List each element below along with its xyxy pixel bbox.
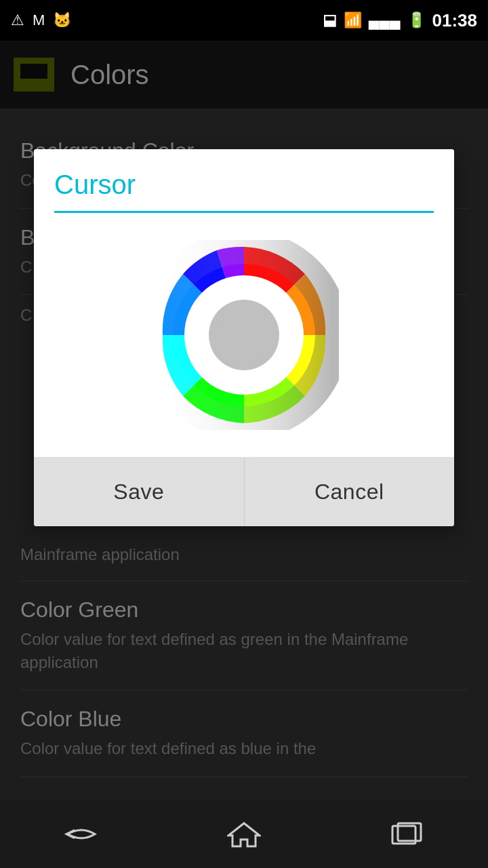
color-wheel-svg [149,240,339,430]
dialog-body [34,213,454,457]
email-icon: M [33,12,45,29]
svg-marker-7 [228,823,260,846]
dialog-buttons: Save Cancel [34,457,454,526]
back-button[interactable] [47,814,115,854]
cat-icon: 🐱 [53,12,71,29]
save-button[interactable]: Save [34,458,245,526]
status-right-icons: ⬓ 📶 ▄▄▄ 🔋 01:38 [323,10,477,31]
dialog-header: Cursor [34,149,454,213]
clock: 01:38 [432,10,478,31]
status-bar: ⚠ M 🐱 ⬓ 📶 ▄▄▄ 🔋 01:38 [0,0,488,41]
dialog-title: Cursor [54,170,434,200]
wifi-icon: 📶 [344,12,362,29]
bluetooth-icon: ⬓ [323,12,337,29]
recents-icon [390,821,424,848]
cancel-button[interactable]: Cancel [245,458,455,526]
color-wheel[interactable] [149,240,339,430]
center-dot [209,300,279,370]
warning-icon: ⚠ [11,12,24,29]
back-icon [61,821,102,848]
dialog-overlay: Cursor [0,0,488,868]
home-button[interactable] [210,814,278,854]
signal-icon: ▄▄▄ [369,12,401,29]
status-left-icons: ⚠ M 🐱 [11,12,71,29]
home-icon [227,821,261,848]
bottom-nav [0,800,488,868]
recents-button[interactable] [373,814,441,854]
battery-icon: 🔋 [407,12,426,29]
color-picker-dialog: Cursor [34,149,454,526]
